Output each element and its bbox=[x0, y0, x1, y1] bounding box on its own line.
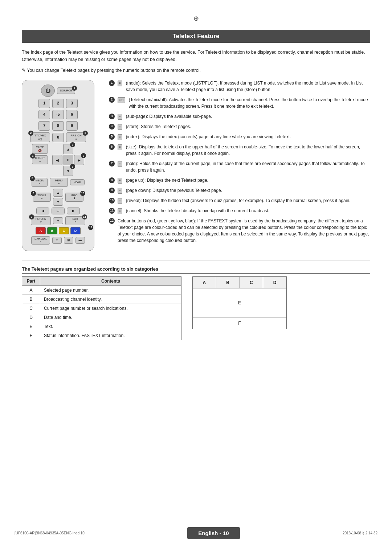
desc-num-4: 4 bbox=[109, 124, 115, 130]
feature-descriptions: 1 ≡ (mode): Selects the Teletext mode (L… bbox=[109, 80, 370, 251]
bottom-bar: [UF6100-AR]BN68-04935A-05ENG.indd 10 Eng… bbox=[0, 524, 392, 542]
nav-cluster: ▲ 6 ◀ P ▶ 8 ▼ bbox=[52, 144, 84, 176]
bottom-file-info: [UF6100-AR]BN68-04935A-05ENG.indd 10 bbox=[15, 531, 85, 535]
desc-icon-10: ≡ bbox=[118, 197, 123, 204]
content-c: Current page number or search indication… bbox=[40, 304, 181, 313]
remote-body: ⏻ SOURCE 1 1 2 3 4 ·5 6 bbox=[22, 80, 94, 251]
intro-paragraph: The index page of the Teletext service g… bbox=[22, 49, 370, 63]
info-button: INFOℹ 10 bbox=[65, 193, 83, 202]
nav-left: ◀ bbox=[52, 155, 62, 165]
table-row: B Broadcasting channel identity. bbox=[22, 295, 181, 304]
power-button: ⏻ bbox=[41, 85, 55, 97]
desc-item-9: 9 ≡ (page down): Displays the previous T… bbox=[109, 187, 370, 194]
desc-text-12: Colour buttons (red, green, yellow, blue… bbox=[118, 218, 370, 244]
desc-icon-9: ≡ bbox=[118, 187, 123, 194]
layout-a: A bbox=[193, 277, 216, 288]
desc-item-8: 8 ≡ (page up): Displays the next Teletex… bbox=[109, 177, 370, 184]
extra-btn1: ☺ bbox=[52, 237, 62, 244]
layout-d: D bbox=[263, 277, 287, 288]
extra-btn2: ⊞ bbox=[64, 237, 73, 244]
btn-6: 6 bbox=[66, 110, 78, 119]
part-e: E bbox=[22, 322, 40, 331]
hdmi-button: HDMI bbox=[70, 179, 85, 186]
desc-text-5: (index): Displays the index (contents) p… bbox=[126, 134, 291, 140]
desc-text-4: (store): Stores the Teletext pages. bbox=[126, 123, 191, 130]
nav-down: ▼ 9 bbox=[63, 166, 73, 176]
layout-e-cell: E bbox=[193, 288, 287, 317]
layout-f-cell: F bbox=[193, 317, 287, 329]
up-arrow-btn: ▲ bbox=[53, 189, 63, 197]
table-row: C Current page number or search indicati… bbox=[22, 304, 181, 313]
content-f: Status information. FASTEXT information. bbox=[40, 331, 181, 340]
emanual-button: E-MANUAL≡ bbox=[31, 236, 50, 245]
desc-text-3: (sub-page): Displays the available sub-p… bbox=[126, 113, 212, 120]
desc-num-12: 12 bbox=[109, 218, 115, 224]
part-a: A bbox=[22, 286, 40, 295]
desc-text-10: (reveal): Displays the hidden text (answ… bbox=[126, 197, 351, 204]
prech-button: PRE-CH≡ 3 bbox=[66, 132, 86, 142]
desc-item-5: 5 ≡ (index): Displays the index (content… bbox=[109, 134, 370, 140]
layout-header-row: A B C D bbox=[193, 277, 287, 288]
remote-row-arrows: ◀ ⊡ ▶ bbox=[26, 208, 90, 214]
desc-text-2: (Teletext on/mix/off): Activates the Tel… bbox=[129, 97, 370, 110]
down-arrow-btn: ▼ bbox=[53, 198, 63, 206]
btn-yellow: C bbox=[59, 227, 69, 234]
desc-icon-7: ≡ bbox=[118, 160, 123, 167]
remote-row-789: 7 8 9 bbox=[26, 121, 90, 131]
badge-3: 3 bbox=[83, 131, 88, 136]
return-button: RETURN↩ 7 bbox=[31, 216, 51, 225]
btn-8: 8 bbox=[52, 121, 64, 131]
badge-7: 7 bbox=[29, 214, 34, 219]
remote-row-bottom: E-MANUAL≡ ☺ ⊞ ▬ bbox=[26, 236, 90, 245]
table-row: F Status information. FASTEXT informatio… bbox=[22, 331, 181, 340]
content-a: Selected page number. bbox=[40, 286, 181, 295]
desc-item-11: 11 ≡ (cancel): Shrinks the Teletext disp… bbox=[109, 208, 370, 214]
btn-2: 2 bbox=[52, 99, 64, 108]
table-section: The Teletext pages are organized accordi… bbox=[22, 266, 370, 340]
remote-row-ttx: TTX/MIX≡◫ 2 0 PRE-CH≡ 3 bbox=[26, 132, 90, 142]
desc-num-5: 5 bbox=[109, 134, 115, 140]
layout-bottom-row: F bbox=[193, 317, 287, 329]
top-navigation: ⊕ bbox=[22, 15, 370, 22]
table-row: D Date and time. bbox=[22, 313, 181, 322]
color-buttons-row: A B C D 12 bbox=[26, 227, 90, 234]
part-f: F bbox=[22, 331, 40, 340]
tools-button: TOOLS≡ 6 bbox=[33, 193, 51, 202]
desc-num-6: 6 bbox=[109, 144, 115, 150]
btn-4: 4 bbox=[38, 110, 50, 119]
desc-icon-3: ≡ bbox=[118, 113, 123, 120]
remote-row-456: 4 ·5 6 bbox=[26, 110, 90, 119]
badge-6b: 6 bbox=[31, 191, 36, 196]
desc-item-6: 6 ≡ (size): Displays the teletext on the… bbox=[109, 144, 370, 157]
desc-item-1: 1 ≡ (mode): Selects the Teletext mode (L… bbox=[109, 80, 370, 93]
badge-12: 12 bbox=[88, 225, 93, 230]
layout-diagram-table: A B C D E F bbox=[192, 276, 287, 329]
desc-icon-2: ≡◫ bbox=[118, 97, 126, 103]
desc-text-1: (mode): Selects the Teletext mode (LIST/… bbox=[126, 80, 370, 93]
down-btn2: ▼ bbox=[53, 217, 63, 224]
col-header-contents: Contents bbox=[40, 277, 181, 286]
layout-c: C bbox=[240, 277, 263, 288]
layout-b: B bbox=[216, 277, 240, 288]
remote-row-media: MEDIA≡ 5 MENU≡ HDMI bbox=[26, 178, 90, 187]
desc-num-10: 10 bbox=[109, 198, 115, 204]
desc-num-3: 3 bbox=[109, 114, 115, 119]
extra-btn3: ▬ bbox=[75, 237, 85, 244]
desc-num-11: 11 bbox=[109, 208, 115, 214]
table-title: The Teletext pages are organized accordi… bbox=[22, 266, 370, 274]
desc-text-11: (cancel): Shrinks the Teletext display t… bbox=[126, 208, 269, 214]
desc-text-9: (page down): Displays the previous Telet… bbox=[126, 187, 222, 194]
ch-list-button: CH LIST≡ 4 bbox=[32, 155, 48, 164]
table-row: A Selected page number. bbox=[22, 286, 181, 295]
badge-4: 4 bbox=[30, 153, 35, 159]
center-btn2: ⊡ bbox=[52, 208, 65, 214]
btn-0: 0 bbox=[52, 133, 64, 142]
desc-item-3: 3 ≡ (sub-page): Displays the available s… bbox=[109, 113, 370, 120]
btn-red: A bbox=[36, 227, 46, 234]
desc-text-8: (page up): Displays the next Teletext pa… bbox=[126, 177, 208, 184]
bottom-timestamp: 2013-10-08 ☿ 2:14:32 bbox=[343, 531, 377, 535]
layout-middle-row: E bbox=[193, 288, 287, 317]
desc-text-7: (hold): Holds the display at the current… bbox=[126, 160, 370, 173]
btn-5: ·5 bbox=[52, 110, 64, 119]
right-btn: ▶ bbox=[67, 208, 80, 214]
